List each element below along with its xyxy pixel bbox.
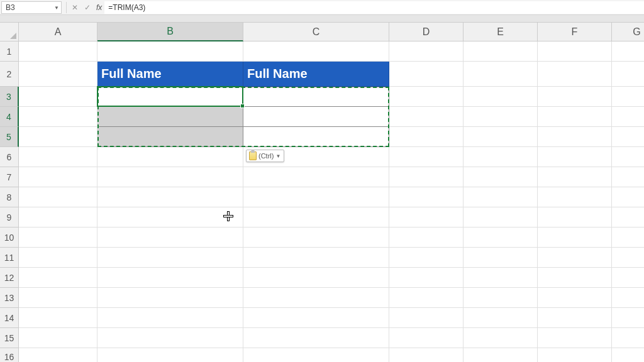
cell-G12[interactable] [612, 268, 644, 288]
row-header-16[interactable]: 16 [0, 348, 19, 362]
column-header-E[interactable]: E [464, 23, 538, 41]
cell-B15[interactable] [97, 328, 243, 348]
cell-B9[interactable] [97, 207, 243, 228]
cell-E2[interactable] [464, 62, 538, 87]
cell-C15[interactable] [243, 328, 389, 348]
cell-D11[interactable] [389, 248, 464, 268]
row-header-3[interactable]: 3 [0, 87, 19, 107]
cell-A3[interactable] [19, 87, 97, 107]
cell-D14[interactable] [389, 308, 464, 328]
cell-F8[interactable] [538, 187, 612, 207]
cancel-formula-button[interactable]: ✕ [69, 1, 81, 14]
cell-E4[interactable] [464, 107, 538, 127]
cell-B10[interactable] [97, 228, 243, 248]
cell-A16[interactable] [19, 348, 97, 362]
cell-B6[interactable] [97, 147, 243, 167]
cell-F11[interactable] [538, 248, 612, 268]
cell-A8[interactable] [19, 187, 97, 207]
cell-E1[interactable] [464, 41, 538, 62]
column-header-F[interactable]: F [538, 23, 612, 41]
cell-C14[interactable] [243, 308, 389, 328]
cell-B8[interactable] [97, 187, 243, 207]
cell-A11[interactable] [19, 248, 97, 268]
paste-options-button[interactable]: (Ctrl) ▼ [246, 150, 284, 162]
cell-F3[interactable] [538, 87, 612, 107]
cell-C9[interactable] [243, 207, 389, 228]
cell-C5[interactable] [243, 127, 389, 147]
cell-E15[interactable] [464, 328, 538, 348]
cell-A1[interactable] [19, 41, 97, 62]
cell-A12[interactable] [19, 268, 97, 288]
cell-G11[interactable] [612, 248, 644, 268]
cell-D12[interactable] [389, 268, 464, 288]
row-header-11[interactable]: 11 [0, 248, 19, 268]
cell-B11[interactable] [97, 248, 243, 268]
name-box[interactable]: B3 ▼ [1, 1, 62, 14]
row-header-4[interactable]: 4 [0, 107, 19, 127]
cell-E12[interactable] [464, 268, 538, 288]
column-header-A[interactable]: A [19, 23, 97, 41]
cell-G6[interactable] [612, 147, 644, 167]
cell-F9[interactable] [538, 207, 612, 228]
cell-E7[interactable] [464, 167, 538, 187]
cell-B1[interactable] [97, 41, 243, 62]
cell-C11[interactable] [243, 248, 389, 268]
row-header-1[interactable]: 1 [0, 41, 19, 62]
cell-G9[interactable] [612, 207, 644, 228]
cell-E16[interactable] [464, 348, 538, 362]
cell-C2[interactable]: Full Name [243, 62, 389, 87]
column-header-B[interactable]: B [97, 23, 243, 41]
cell-A4[interactable] [19, 107, 97, 127]
cell-A10[interactable] [19, 228, 97, 248]
row-header-9[interactable]: 9 [0, 207, 19, 228]
formula-input[interactable]: =TRIM(A3) [104, 1, 644, 14]
column-header-D[interactable]: D [389, 23, 464, 41]
cell-E10[interactable] [464, 228, 538, 248]
cell-D4[interactable] [389, 107, 464, 127]
cell-A14[interactable] [19, 308, 97, 328]
column-header-C[interactable]: C [243, 23, 389, 41]
cell-D3[interactable] [389, 87, 464, 107]
row-header-12[interactable]: 12 [0, 268, 19, 288]
select-all-triangle[interactable] [0, 23, 19, 41]
cell-C4[interactable] [243, 107, 389, 127]
cell-D7[interactable] [389, 167, 464, 187]
cell-A6[interactable] [19, 147, 97, 167]
cell-G1[interactable] [612, 41, 644, 62]
cell-D10[interactable] [389, 228, 464, 248]
cell-D15[interactable] [389, 328, 464, 348]
cell-B7[interactable] [97, 167, 243, 187]
cell-A7[interactable] [19, 167, 97, 187]
cell-B5[interactable] [97, 127, 243, 147]
cell-E3[interactable] [464, 87, 538, 107]
cell-D16[interactable] [389, 348, 464, 362]
cell-F13[interactable] [538, 288, 612, 308]
cell-F5[interactable] [538, 127, 612, 147]
cell-G13[interactable] [612, 288, 644, 308]
cell-B12[interactable] [97, 268, 243, 288]
cell-C12[interactable] [243, 268, 389, 288]
cell-G2[interactable] [612, 62, 644, 87]
cell-G5[interactable] [612, 127, 644, 147]
cell-G3[interactable] [612, 87, 644, 107]
cell-C8[interactable] [243, 187, 389, 207]
cell-F6[interactable] [538, 147, 612, 167]
cell-F15[interactable] [538, 328, 612, 348]
row-header-14[interactable]: 14 [0, 308, 19, 328]
row-header-15[interactable]: 15 [0, 328, 19, 348]
fx-icon[interactable]: fx [96, 3, 102, 12]
cell-A9[interactable] [19, 207, 97, 228]
cell-A15[interactable] [19, 328, 97, 348]
cell-A2[interactable] [19, 62, 97, 87]
cell-E11[interactable] [464, 248, 538, 268]
cell-F12[interactable] [538, 268, 612, 288]
cell-C10[interactable] [243, 228, 389, 248]
cell-E8[interactable] [464, 187, 538, 207]
row-header-8[interactable]: 8 [0, 187, 19, 207]
name-box-dropdown-icon[interactable]: ▼ [54, 4, 59, 10]
cell-C7[interactable] [243, 167, 389, 187]
row-header-5[interactable]: 5 [0, 127, 19, 147]
cell-E9[interactable] [464, 207, 538, 228]
row-header-13[interactable]: 13 [0, 288, 19, 308]
cell-B4[interactable] [97, 107, 243, 127]
